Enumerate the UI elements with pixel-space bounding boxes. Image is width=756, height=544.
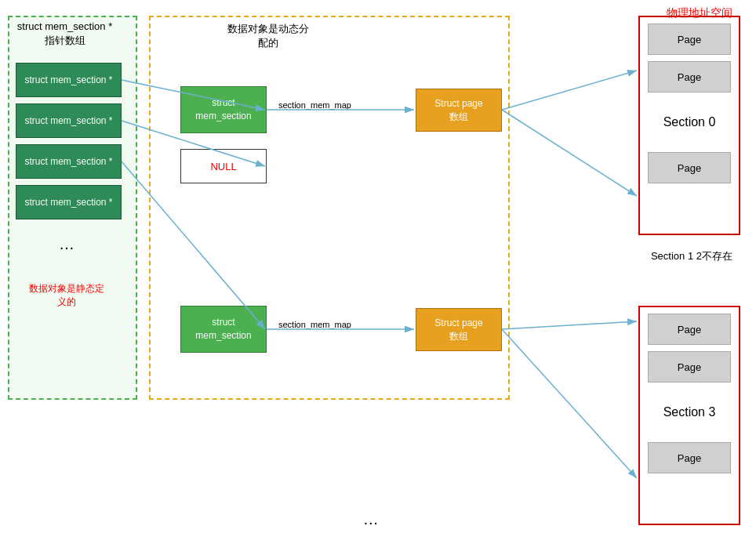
left-bottom-label-line2: 义的 [57,296,76,307]
arrow-pagearray1-section0-top [502,71,637,110]
page-box-0-0: Page [648,24,731,55]
section-0-label: Section 0 [640,99,739,146]
page-array-box-2: Struct page数组 [416,308,502,351]
page-box-3-1: Page [648,351,731,383]
page-array-box-1: Struct page数组 [416,89,502,132]
page-box-3-2: Page [648,442,731,473]
section-12-label: Section 1 2不存在 [651,249,732,263]
left-bottom-label: 数据对象是静态定 义的 [12,282,122,309]
arrow-label-2: section_mem_map [278,320,351,329]
mid-box-title: 数据对象是动态分 配的 [227,22,309,50]
section-0-box: Page Page Section 0 Page [638,16,740,235]
null-box: NULL [180,149,267,183]
struct-box-2: structmem_section [180,306,267,353]
left-box-title-line1: struct mem_section * [17,20,112,32]
ptr-item-3: struct mem_section * [16,144,122,179]
section-3-box: Page Page Section 3 Page [638,306,740,525]
arrow-pagearray2-section3-bottom [502,329,637,478]
ptr-item-4: struct mem_section * [16,185,122,219]
left-box-title: struct mem_section * 指针数组 [8,20,122,48]
page-box-3-0: Page [648,314,731,345]
left-box-title-line2: 指针数组 [45,34,85,46]
left-dots: … [59,235,76,253]
page-box-0-2: Page [648,152,731,183]
diagram-container: 物理地址空间 struct mem_section * 指针数组 struct … [0,0,756,544]
arrow-pagearray2-section3-top [502,321,637,329]
left-bottom-label-line1: 数据对象是静态定 [29,283,104,294]
struct-box-1: structmem_section [180,86,267,133]
mid-box-title-line2: 配的 [258,37,278,49]
arrow-pagearray1-section0-bottom [502,110,637,196]
page-box-0-1: Page [648,61,731,92]
arrow-label-1: section_mem_map [278,100,351,110]
bottom-dots: … [363,510,380,528]
mid-box-title-line1: 数据对象是动态分 [227,23,309,34]
section-3-label: Section 3 [640,389,739,436]
ptr-item-1: struct mem_section * [16,63,122,97]
ptr-item-2: struct mem_section * [16,103,122,138]
